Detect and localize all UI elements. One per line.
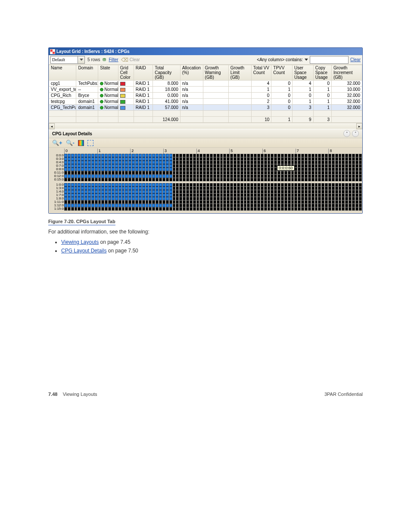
grid-cell[interactable] [237, 207, 240, 211]
grid-cell[interactable] [75, 164, 78, 168]
grid-cell[interactable] [250, 204, 253, 207]
grid-cell[interactable] [321, 164, 324, 168]
grid-cell[interactable] [345, 154, 348, 157]
column-header[interactable]: Domain [76, 65, 98, 81]
grid-cell[interactable] [318, 161, 321, 164]
grid-cell[interactable] [328, 190, 331, 193]
grid-cell[interactable] [321, 204, 324, 207]
grid-cell[interactable] [244, 154, 247, 157]
grid-cell[interactable] [135, 171, 138, 174]
grid-cell[interactable] [186, 171, 189, 174]
grid-cell[interactable] [240, 193, 243, 197]
grid-cell[interactable] [264, 157, 267, 161]
grid-cell[interactable] [284, 197, 287, 200]
grid-cell[interactable] [281, 178, 284, 181]
grid-cell[interactable] [125, 178, 128, 181]
grid-cell[interactable] [305, 178, 308, 181]
grid-cell[interactable] [210, 190, 213, 193]
grid-cell[interactable] [217, 197, 220, 200]
grid-cell[interactable] [98, 168, 101, 171]
grid-cell[interactable] [217, 157, 220, 161]
grid-cell[interactable] [125, 168, 128, 171]
grid-cell[interactable] [244, 164, 247, 168]
grid-cell[interactable] [75, 183, 78, 187]
grid-cell[interactable] [274, 207, 277, 211]
grid-cell[interactable] [146, 171, 149, 174]
grid-cell[interactable] [332, 157, 335, 161]
grid-cell[interactable] [271, 197, 274, 200]
grid-cell[interactable] [95, 168, 98, 171]
grid-cell[interactable] [264, 193, 267, 197]
grid-cell[interactable] [132, 200, 135, 204]
grid-cell[interactable] [223, 164, 226, 168]
grid-cell[interactable] [301, 171, 304, 174]
grid-cell[interactable] [244, 174, 247, 178]
grid-cell[interactable] [328, 168, 331, 171]
grid-cell[interactable] [339, 168, 342, 171]
grid-cell[interactable] [271, 178, 274, 181]
grid-cell[interactable] [234, 193, 237, 197]
grid-cell[interactable] [179, 164, 182, 168]
grid-cell[interactable] [81, 157, 84, 161]
grid-cell[interactable] [288, 193, 291, 197]
grid-cell[interactable] [88, 174, 91, 178]
grid-cell[interactable] [301, 183, 304, 187]
grid-cell[interactable] [257, 168, 260, 171]
grid-cell[interactable] [166, 207, 169, 211]
grid-cell[interactable] [254, 204, 257, 207]
grid-cell[interactable] [271, 190, 274, 193]
grid-cell[interactable] [210, 164, 213, 168]
grid-cell[interactable] [186, 187, 189, 190]
grid-cell[interactable] [254, 193, 257, 197]
grid-cell[interactable] [281, 161, 284, 164]
grid-cell[interactable] [349, 178, 352, 181]
grid-cell[interactable] [237, 154, 240, 157]
grid-cell[interactable] [64, 168, 67, 171]
grid-cell[interactable] [298, 200, 301, 204]
grid-cell[interactable] [162, 161, 165, 164]
grid-cell[interactable] [325, 161, 328, 164]
grid-cell[interactable] [122, 207, 125, 211]
grid-cell[interactable] [75, 178, 78, 181]
grid-cell[interactable] [277, 161, 280, 164]
grid-cell[interactable] [78, 178, 81, 181]
grid-cell[interactable] [186, 161, 189, 164]
grid-cell[interactable] [108, 161, 111, 164]
grid-cell[interactable] [257, 204, 260, 207]
grid-cell[interactable] [257, 161, 260, 164]
grid-cell[interactable] [268, 154, 271, 157]
grid-cell[interactable] [311, 174, 314, 178]
grid-cell[interactable] [247, 168, 250, 171]
grid-cell[interactable] [284, 183, 287, 187]
grid-cell[interactable] [183, 187, 186, 190]
grid-cell[interactable] [339, 204, 342, 207]
grid-cell[interactable] [128, 174, 131, 178]
grid-cell[interactable] [98, 190, 101, 193]
grid-cell[interactable] [139, 200, 142, 204]
grid-cell[interactable] [240, 154, 243, 157]
grid-cell[interactable] [352, 164, 355, 168]
horizontal-scrollbar[interactable]: ◂ ▸ [49, 123, 362, 129]
grid-cell[interactable] [328, 164, 331, 168]
grid-cell[interactable] [156, 187, 159, 190]
grid-cell[interactable] [142, 178, 145, 181]
grid-cell[interactable] [220, 164, 223, 168]
grid-cell[interactable] [247, 187, 250, 190]
grid-cell[interactable] [355, 174, 358, 178]
grid-cell[interactable] [359, 174, 362, 178]
grid-cell[interactable] [146, 157, 149, 161]
grid-cell[interactable] [162, 171, 165, 174]
grid-cell[interactable] [173, 174, 176, 178]
grid-cell[interactable] [254, 154, 257, 157]
grid-cell[interactable] [183, 204, 186, 207]
grid-cell[interactable] [166, 187, 169, 190]
grid-cell[interactable] [318, 183, 321, 187]
grid-cell[interactable] [294, 187, 297, 190]
grid-cell[interactable] [199, 207, 202, 211]
grid-cell[interactable] [342, 204, 345, 207]
grid-cell[interactable] [217, 168, 220, 171]
grid-cell[interactable] [288, 178, 291, 181]
grid-cell[interactable] [359, 187, 362, 190]
grid-cell[interactable] [234, 178, 237, 181]
grid-cell[interactable] [118, 174, 121, 178]
